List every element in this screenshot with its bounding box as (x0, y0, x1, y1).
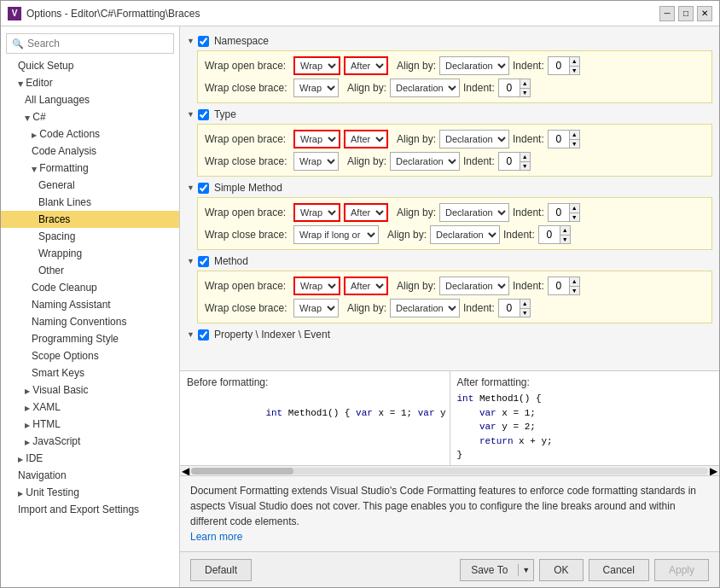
ok-button[interactable]: OK (539, 559, 583, 581)
namespace-open-indent[interactable]: ▲ ▼ (548, 56, 580, 75)
method-checkbox[interactable] (198, 256, 209, 267)
sidebar-item-formatting[interactable]: ▶ Formatting (1, 160, 179, 177)
indent-label: Indent: (503, 229, 535, 241)
sidebar-item-all-languages[interactable]: All Languages (1, 91, 179, 108)
sidebar-item-spacing[interactable]: Spacing (1, 228, 179, 245)
restore-button[interactable]: □ (678, 6, 694, 21)
type-close-align[interactable]: Declaration (390, 152, 460, 171)
sidebar-item-code-cleanup[interactable]: Code Cleanup (1, 279, 179, 296)
sidebar-item-scope-options[interactable]: Scope Options (1, 347, 179, 364)
type-open-select1[interactable]: Wrap (293, 130, 340, 148)
preview-scrollbar[interactable]: ◀ ▶ (180, 465, 719, 475)
spin-down-icon[interactable]: ▼ (570, 213, 579, 222)
method-open-select2[interactable]: After (344, 277, 388, 295)
namespace-checkbox[interactable] (198, 36, 209, 47)
simple-method-close-select1[interactable]: Wrap if long or multiline (293, 225, 379, 244)
sidebar-item-smart-keys[interactable]: Smart Keys (1, 364, 179, 381)
sidebar-item-editor[interactable]: ▶ Editor (1, 74, 179, 91)
method-open-align[interactable]: Declaration (439, 277, 509, 295)
sidebar-item-xaml[interactable]: ▶ XAML (1, 399, 179, 416)
dropdown-arrow-icon[interactable]: ▼ (519, 566, 533, 574)
sidebar-item-blank-lines[interactable]: Blank Lines (1, 194, 179, 211)
sidebar-item-braces[interactable]: Braces (1, 211, 179, 228)
simple-method-close-align[interactable]: Declaration (430, 225, 500, 244)
spin-down-icon[interactable]: ▼ (520, 162, 530, 171)
spin-up-icon[interactable]: ▲ (570, 204, 579, 213)
sidebar-item-navigation[interactable]: Navigation (1, 467, 179, 484)
scroll-track[interactable] (191, 468, 708, 474)
apply-button[interactable]: Apply (654, 559, 709, 581)
section-namespace-header[interactable]: ▼ Namespace (187, 33, 712, 49)
sidebar-item-unit-testing[interactable]: ▶ Unit Testing (1, 484, 179, 501)
search-input[interactable] (27, 38, 168, 49)
sidebar-item-naming-assistant[interactable]: Naming Assistant (1, 296, 179, 313)
namespace-close-select1[interactable]: Wrap (293, 79, 339, 97)
namespace-open-align[interactable]: Declaration (439, 56, 509, 75)
section-property-header[interactable]: ▼ Property \ Indexer \ Event (187, 327, 712, 342)
type-open-align[interactable]: Declaration (439, 130, 509, 148)
simple-method-open-select2[interactable]: After (344, 203, 388, 222)
save-to-button[interactable]: Save To ▼ (460, 559, 534, 581)
method-close-indent[interactable]: ▲ ▼ (498, 299, 531, 317)
type-open-indent[interactable]: ▲ ▼ (548, 130, 580, 148)
sidebar-item-wrapping[interactable]: Wrapping (1, 245, 179, 262)
spin-up-icon[interactable]: ▲ (570, 57, 579, 67)
sidebar-item-programming-style[interactable]: Programming Style (1, 330, 179, 347)
method-open-select1[interactable]: Wrap (293, 277, 340, 295)
before-label: Before formatting: (187, 376, 443, 388)
type-close-indent[interactable]: ▲ ▼ (498, 152, 531, 171)
cancel-button[interactable]: Cancel (589, 559, 649, 581)
sidebar-item-code-actions[interactable]: ▶ Code Actions (1, 125, 179, 143)
sidebar-item-quick-setup[interactable]: Quick Setup (1, 57, 179, 74)
sidebar-item-code-analysis[interactable]: Code Analysis (1, 143, 179, 160)
spin-down-icon[interactable]: ▼ (570, 67, 579, 75)
simple-method-open-indent[interactable]: ▲ ▼ (548, 203, 580, 222)
spin-up-icon[interactable]: ▲ (520, 153, 530, 162)
namespace-close-align[interactable]: Declaration (390, 79, 460, 97)
sidebar-item-naming-conventions[interactable]: Naming Conventions (1, 313, 179, 330)
spin-down-icon[interactable]: ▼ (520, 309, 530, 317)
simple-method-close-indent[interactable]: ▲ ▼ (538, 225, 571, 244)
spin-up-icon[interactable]: ▲ (520, 300, 530, 309)
sidebar-item-csharp[interactable]: ▶ C# (1, 108, 179, 125)
namespace-open-select2[interactable]: After (344, 56, 388, 75)
spin-down-icon[interactable]: ▼ (570, 140, 579, 148)
type-open-select2[interactable]: After (344, 130, 388, 148)
learn-more-link[interactable]: Learn more (190, 531, 242, 543)
type-close-select1[interactable]: Wrap (293, 152, 339, 171)
sidebar-item-ide[interactable]: ▶ IDE (1, 450, 179, 467)
spin-up-icon[interactable]: ▲ (570, 131, 579, 140)
simple-method-open-align[interactable]: Declaration (439, 203, 509, 222)
arrow-icon: ▶ (18, 456, 23, 463)
spin-up-icon[interactable]: ▲ (570, 277, 579, 287)
sidebar-item-other[interactable]: Other (1, 262, 179, 279)
method-open-indent[interactable]: ▲ ▼ (548, 277, 580, 295)
method-close-select1[interactable]: Wrap (293, 299, 339, 317)
scroll-thumb[interactable] (191, 468, 293, 474)
search-box[interactable]: 🔍 (6, 33, 174, 54)
spin-down-icon[interactable]: ▼ (560, 236, 570, 244)
sidebar-item-visual-basic[interactable]: ▶ Visual Basic (1, 381, 179, 399)
spin-down-icon[interactable]: ▼ (570, 287, 579, 295)
namespace-close-indent[interactable]: ▲ ▼ (498, 79, 531, 97)
section-type-header[interactable]: ▼ Type (187, 107, 712, 122)
property-checkbox[interactable] (198, 329, 209, 341)
namespace-open-select1[interactable]: Wrap (293, 56, 340, 75)
close-button[interactable]: ✕ (697, 6, 712, 21)
sidebar-item-import-export[interactable]: Import and Export Settings (1, 501, 179, 518)
spin-up-icon[interactable]: ▲ (520, 79, 530, 89)
method-close-align[interactable]: Declaration (390, 299, 460, 317)
spin-down-icon[interactable]: ▼ (520, 89, 530, 97)
sidebar-item-javascript[interactable]: ▶ JavaScript (1, 433, 179, 450)
sidebar-item-general[interactable]: General (1, 177, 179, 194)
section-method-header[interactable]: ▼ Method (187, 253, 712, 269)
type-checkbox[interactable] (198, 109, 209, 120)
content-area: 🔍 Quick Setup ▶ Editor All Languages ▶ C… (1, 26, 719, 587)
simple-method-open-select1[interactable]: Wrap (293, 203, 340, 222)
minimize-button[interactable]: ─ (659, 6, 675, 21)
simple-method-checkbox[interactable] (198, 183, 209, 194)
default-button[interactable]: Default (190, 559, 252, 581)
section-simple-method-header[interactable]: ▼ Simple Method (187, 180, 712, 195)
sidebar-item-html[interactable]: ▶ HTML (1, 416, 179, 433)
spin-up-icon[interactable]: ▲ (560, 226, 570, 236)
